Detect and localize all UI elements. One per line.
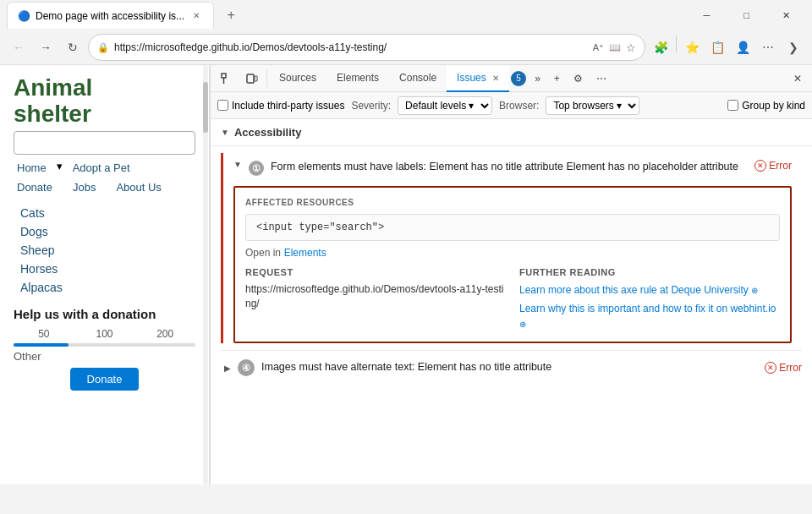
issue-2-error-badge: ✕ Error (765, 362, 802, 374)
deque-university-link[interactable]: Learn more about this axe rule at Deque … (519, 282, 780, 298)
devtools-inspect-button[interactable] (214, 67, 239, 90)
sidebar-button[interactable]: ❯ (782, 36, 805, 59)
animal-horses[interactable]: Horses (14, 260, 195, 278)
browser-select[interactable]: Top browsers ▾ (546, 96, 639, 115)
issue-2-count-badge: ④ (238, 359, 255, 376)
nav-about[interactable]: About Us (112, 179, 164, 195)
animal-dogs[interactable]: Dogs (14, 222, 195, 241)
issue-1-header[interactable]: ▼ ① Form elements must have labels: Elem… (223, 153, 802, 183)
settings-menu-button[interactable]: ⋯ (756, 36, 780, 59)
further-reading-column: FURTHER READING Learn more about this ax… (519, 267, 780, 331)
search-input[interactable] (14, 131, 195, 155)
group-by-checkbox[interactable] (727, 100, 738, 111)
donate-button[interactable]: Donate (70, 368, 140, 391)
request-column: REQUEST https://microsoftedge.github.io/… (245, 267, 506, 331)
minimize-button[interactable]: ─ (688, 3, 726, 28)
address-bar[interactable]: 🔒 https://microsoftedge.github.io/Demos/… (88, 34, 645, 61)
tab-title: Demo page with accessibility is... (36, 10, 184, 22)
main-content: Animal shelter Home ▾ Adopt a Pet Donate… (0, 65, 812, 484)
error-icon-2: ✕ (765, 362, 776, 374)
further-reading-header: FURTHER READING (519, 267, 780, 277)
nav-donate[interactable]: Donate (14, 179, 56, 195)
animal-alpacas[interactable]: Alpacas (14, 278, 195, 297)
request-url: https://microsoftedge.github.io/Demos/de… (245, 282, 506, 311)
favorites-button[interactable]: ⭐ (680, 36, 704, 59)
accessibility-header[interactable]: ▼ Accessibility (221, 126, 802, 139)
affected-resources-box: AFFECTED RESOURCES <input type="search">… (233, 186, 792, 343)
tab-issues[interactable]: Issues ✕ (447, 65, 509, 92)
website-content: Animal shelter Home ▾ Adopt a Pet Donate… (0, 65, 209, 401)
two-column-section: REQUEST https://microsoftedge.github.io/… (245, 267, 780, 331)
url-text: https://microsoftedge.github.io/Demos/de… (114, 41, 588, 53)
issue-2-expand-icon: ▶ (224, 364, 231, 373)
svg-rect-2 (247, 74, 254, 83)
donation-amounts: 50 100 200 (14, 328, 195, 340)
severity-select[interactable]: Default levels ▾ (398, 96, 492, 115)
error-icon: ✕ (754, 160, 766, 172)
website-scrollbar[interactable] (202, 65, 209, 484)
nav-home[interactable]: Home (14, 160, 50, 176)
animal-sheep[interactable]: Sheep (14, 241, 195, 260)
webhint-link[interactable]: Learn why this is important and how to f… (519, 301, 780, 331)
window-controls: ─ □ ✕ (688, 3, 805, 28)
forward-button[interactable]: → (34, 36, 58, 59)
nav-arrow: ▾ (57, 160, 63, 176)
browser-tab[interactable]: 🔵 Demo page with accessibility is... ✕ (7, 2, 214, 29)
open-in-elements: Open in Elements (245, 246, 780, 259)
donation-title: Help us with a donation (14, 307, 195, 321)
nav-adopt[interactable]: Adopt a Pet (69, 160, 134, 176)
extensions-button[interactable]: 🧩 (649, 36, 672, 59)
lock-icon: 🔒 (97, 42, 109, 53)
external-link-icon-2: ⊕ (519, 320, 526, 329)
more-tabs-button[interactable]: » (528, 67, 547, 90)
svg-rect-3 (255, 76, 257, 81)
close-button[interactable]: ✕ (767, 3, 805, 28)
accessibility-title: Accessibility (234, 126, 302, 139)
maximize-button[interactable]: □ (727, 3, 765, 28)
devtools-close-button[interactable]: ✕ (787, 67, 809, 90)
external-link-icon-1: ⊕ (751, 286, 758, 295)
separator (676, 36, 677, 52)
tab-close-button[interactable]: ✕ (189, 9, 203, 23)
issue-1-text: Form elements must have labels: Element … (271, 160, 748, 175)
issues-close-icon[interactable]: ✕ (492, 74, 499, 83)
animal-list: Cats Dogs Sheep Horses Alpacas (14, 204, 195, 297)
account-button[interactable]: 👤 (731, 36, 754, 59)
devtools-toolbar: Sources Elements Console Issues ✕ 5 » + … (211, 65, 812, 92)
third-party-checkbox-label[interactable]: Include third-party issues (217, 100, 344, 112)
issue-2-header[interactable]: ▶ ④ Images must have alternate text: Ele… (221, 359, 802, 376)
devtools-panel: Sources Elements Console Issues ✕ 5 » + … (210, 65, 812, 484)
devtools-more-button[interactable]: ⋯ (590, 67, 613, 90)
new-devtools-tab-button[interactable]: + (547, 67, 567, 90)
group-by-section: Group by kind (727, 100, 805, 112)
issues-badge: 5 (511, 71, 526, 86)
new-tab-button[interactable]: + (219, 3, 243, 27)
issue-item-1: ▼ ① Form elements must have labels: Elem… (221, 153, 802, 343)
navigation-bar: ← → ↻ 🔒 https://microsoftedge.github.io/… (0, 30, 812, 64)
tab-sources[interactable]: Sources (269, 65, 326, 92)
collections-button[interactable]: 📋 (705, 36, 729, 59)
devtools-options-bar: Include third-party issues Severity: Def… (211, 92, 812, 119)
back-button[interactable]: ← (7, 36, 30, 59)
affected-resources-label: AFFECTED RESOURCES (245, 198, 780, 207)
third-party-checkbox[interactable] (217, 100, 228, 111)
toolbar-separator (266, 70, 267, 87)
favorites-icon: ☆ (626, 41, 636, 54)
devtools-settings-button[interactable]: ⚙ (567, 67, 590, 90)
refresh-button[interactable]: ↻ (61, 36, 85, 59)
request-header: REQUEST (245, 267, 506, 277)
site-title: Animal shelter (14, 75, 195, 128)
donation-slider[interactable] (14, 343, 195, 347)
code-snippet: <input type="search"> (245, 214, 780, 241)
open-in-elements-link[interactable]: Elements (284, 247, 326, 259)
website-panel: Animal shelter Home ▾ Adopt a Pet Donate… (0, 65, 210, 484)
collapse-triangle-icon: ▼ (221, 128, 229, 137)
devtools-device-button[interactable] (239, 67, 265, 90)
donation-other-label: Other (14, 350, 195, 363)
animal-cats[interactable]: Cats (14, 204, 195, 222)
scroll-thumb (203, 82, 208, 133)
nav-jobs[interactable]: Jobs (69, 179, 99, 195)
accessibility-section: ▼ Accessibility (211, 119, 812, 146)
tab-console[interactable]: Console (389, 65, 447, 92)
tab-elements[interactable]: Elements (326, 65, 389, 92)
